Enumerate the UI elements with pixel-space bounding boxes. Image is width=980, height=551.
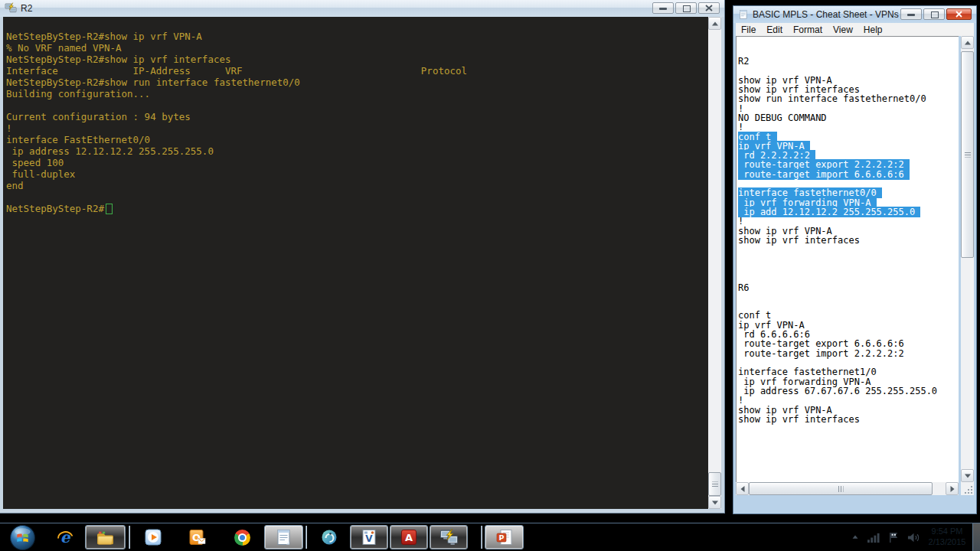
- menu-help[interactable]: Help: [858, 24, 888, 36]
- terminal-scroll-thumb[interactable]: [708, 472, 721, 496]
- notepad-menubar: FileEditFormatViewHelp: [736, 23, 974, 36]
- terminal-lines: NetStepByStep-R2#show ip vrf VPN-A% No V…: [6, 31, 708, 214]
- terminal-window: R2 NetStepByStep-R2#show ip vrf VPN-A% N…: [0, 0, 724, 513]
- tray-show-hidden-icons-button[interactable]: [847, 525, 864, 549]
- close-icon: [699, 3, 719, 13]
- outlook-icon: O: [188, 528, 207, 546]
- folder-icon: [96, 528, 115, 547]
- terminal-prompt-line: NetStepByStep-R2#: [6, 203, 708, 214]
- taskbar-media-player-button[interactable]: [132, 525, 173, 549]
- notepad-titlebar[interactable]: BASIC MPLS - Cheat Sheet - VPNs - N...: [733, 6, 976, 23]
- notepad-line: route-target export 2.2.2.2:2: [738, 160, 959, 169]
- close-icon: [947, 9, 971, 19]
- notepad-line: [738, 255, 959, 264]
- resize-grip-icon: [965, 486, 972, 494]
- notepad-line: route-target import 2.2.2.2:2: [738, 349, 959, 358]
- notepad-hscroll-thumb[interactable]: [749, 482, 933, 495]
- visio-icon: V: [360, 528, 378, 546]
- terminal-titlebar[interactable]: R2: [0, 0, 724, 17]
- notepad-text-area[interactable]: R2show ip vrf VPN-Ashow ip vrf interface…: [736, 36, 959, 482]
- powerpoint-icon: P: [495, 528, 514, 546]
- internet-explorer-icon: e: [56, 528, 74, 546]
- adobe-reader-icon: A: [400, 528, 418, 546]
- notepad-minimize-button[interactable]: [900, 8, 922, 20]
- show-desktop-button[interactable]: [972, 523, 980, 551]
- notepad-line: route-target import 6.6.6.6:6: [738, 170, 959, 179]
- terminal-line: end: [6, 180, 708, 191]
- tray-action-center-button[interactable]: [884, 525, 903, 549]
- terminal-maximize-button[interactable]: [675, 2, 697, 14]
- thumb-grip: [965, 152, 971, 158]
- terminal-line: !: [6, 122, 708, 134]
- taskbar-windows-explorer-button[interactable]: [85, 525, 126, 549]
- notepad-close-button[interactable]: [946, 8, 972, 20]
- terminal-line: ip address 12.12.12.2 255.255.255.0: [6, 145, 708, 157]
- terminal-close-button[interactable]: [698, 2, 720, 14]
- taskbar-powerpoint-button[interactable]: P: [485, 525, 524, 549]
- start-button[interactable]: [9, 524, 36, 551]
- menu-view[interactable]: View: [828, 24, 858, 36]
- notepad-line: ip add 12.12.12.2 255.255.255.0: [738, 207, 959, 217]
- arrow-down-icon: [712, 500, 718, 504]
- notepad-line: show ip vrf interfaces: [738, 236, 959, 245]
- desktop: R2 NetStepByStep-R2#show ip vrf VPN-A% N…: [0, 0, 980, 551]
- notepad-line: [738, 292, 959, 302]
- taskbar-visio-button[interactable]: V: [350, 525, 388, 549]
- arrow-left-icon: [740, 486, 744, 492]
- selected-text: ip add 12.12.12.2 255.255.255.0: [738, 207, 920, 217]
- menu-edit[interactable]: Edit: [761, 24, 788, 36]
- flag-icon: [887, 531, 900, 544]
- menu-file[interactable]: File: [736, 24, 761, 36]
- notepad-scroll-left-button[interactable]: [736, 482, 749, 495]
- telnet-icon: [439, 528, 459, 547]
- notepad-vscrollbar[interactable]: [961, 36, 974, 482]
- terminal-line: NetStepByStep-R2#show ip vrf interfaces: [6, 54, 708, 65]
- notepad-scroll-up-button[interactable]: [961, 36, 974, 49]
- tray-clock[interactable]: 9:54 PM 2/13/2015: [922, 526, 972, 549]
- chrome-icon: [234, 530, 250, 546]
- arrow-right-icon: [950, 486, 954, 492]
- notepad-scroll-thumb[interactable]: [961, 51, 974, 258]
- notepad-line: conf t: [738, 132, 959, 142]
- notepad-scroll-right-button[interactable]: [946, 482, 959, 495]
- notepad-line: interface fastethernet0/0: [738, 188, 959, 197]
- notepad-scroll-down-button[interactable]: [961, 469, 974, 482]
- windows-logo-icon: [9, 524, 36, 551]
- terminal-line: [6, 191, 708, 203]
- notepad-resize-grip[interactable]: [961, 482, 974, 495]
- maximize-icon: [683, 5, 691, 12]
- notepad-line: !: [738, 122, 959, 132]
- arrow-up-icon: [712, 21, 718, 25]
- menu-format[interactable]: Format: [788, 24, 828, 36]
- notepad-line: [738, 264, 959, 273]
- taskbar-adobe-reader-button[interactable]: A: [390, 525, 428, 549]
- terminal-console[interactable]: NetStepByStep-R2#show ip vrf VPN-A% No V…: [3, 17, 708, 509]
- terminal-scrollbar[interactable]: [708, 17, 721, 509]
- tray-network-icon[interactable]: [864, 525, 883, 549]
- terminal-title: R2: [21, 3, 32, 14]
- terminal-scroll-up-button[interactable]: [708, 17, 721, 30]
- taskbar-notepad-button[interactable]: [264, 525, 303, 549]
- tray-volume-button[interactable]: [903, 525, 923, 549]
- notepad-icon: [275, 528, 293, 546]
- signal-bars-icon: [867, 532, 881, 543]
- terminal-scroll-down-button[interactable]: [708, 496, 721, 509]
- taskbar-outlook-button[interactable]: O: [177, 525, 217, 549]
- taskbar-chameleon-app-button[interactable]: [309, 525, 348, 549]
- taskbar-chrome-button[interactable]: [222, 525, 263, 549]
- taskbar-internet-explorer-button[interactable]: e: [47, 525, 82, 549]
- notepad-maximize-button[interactable]: [923, 8, 945, 20]
- selected-text: route-target import 6.6.6.6:6: [738, 169, 910, 180]
- terminal-cursor: [106, 204, 113, 214]
- svg-text:e: e: [60, 528, 70, 546]
- thumb-grip: [838, 486, 844, 492]
- notepad-line: ip address 67.67.67.6 255.255.255.0: [738, 386, 959, 396]
- media-player-icon: [144, 528, 162, 546]
- taskbar-divider: [305, 526, 307, 549]
- notepad-line: show ip vrf interfaces: [738, 415, 959, 424]
- svg-text:P: P: [498, 533, 504, 542]
- taskbar-telnet-terminal-button[interactable]: [430, 525, 468, 549]
- notepad-hscrollbar[interactable]: [736, 482, 959, 495]
- terminal-minimize-button[interactable]: [652, 2, 674, 14]
- terminal-line: NetStepByStep-R2#show ip vrf VPN-A: [6, 31, 708, 42]
